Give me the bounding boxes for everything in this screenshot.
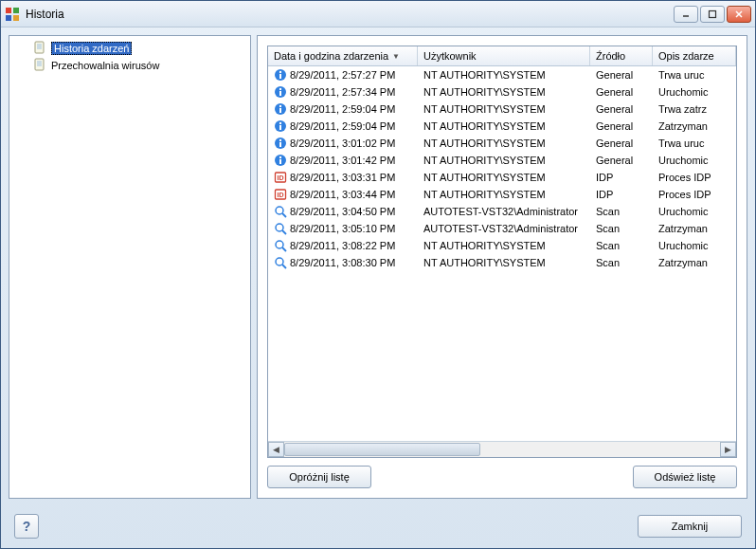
cell-source: IDP bbox=[590, 172, 653, 183]
table-row[interactable]: 8/29/2011, 2:59:04 PMNT AUTHORITY\SYSTEM… bbox=[268, 118, 736, 135]
column-label: Użytkownik bbox=[423, 50, 477, 62]
svg-point-27 bbox=[279, 122, 281, 124]
column-header-user[interactable]: Użytkownik bbox=[418, 46, 590, 65]
cell-user: NT AUTHORITY\SYSTEM bbox=[418, 69, 590, 81]
svg-point-42 bbox=[276, 241, 283, 248]
tree-item-history-events[interactable]: Historia zdarzeń bbox=[13, 40, 246, 57]
cell-source: Scan bbox=[590, 223, 653, 234]
info-icon bbox=[274, 85, 287, 99]
cell-date: ID8/29/2011, 3:03:44 PM bbox=[268, 188, 418, 201]
help-button[interactable]: ? bbox=[14, 514, 39, 539]
cell-user: NT AUTHORITY\SYSTEM bbox=[418, 103, 590, 115]
footer: ? Zamknij bbox=[1, 506, 755, 548]
date-text: 8/29/2011, 3:01:42 PM bbox=[290, 155, 395, 166]
table-row[interactable]: 8/29/2011, 3:01:42 PMNT AUTHORITY\SYSTEM… bbox=[268, 152, 736, 169]
cell-user: NT AUTHORITY\SYSTEM bbox=[418, 137, 590, 149]
cell-description: Trwa zatrz bbox=[653, 103, 736, 115]
svg-point-33 bbox=[279, 156, 281, 158]
svg-rect-5 bbox=[710, 10, 716, 17]
cell-date: 8/29/2011, 2:59:04 PM bbox=[268, 102, 418, 116]
cell-date: 8/29/2011, 3:05:10 PM bbox=[268, 222, 418, 235]
svg-rect-23 bbox=[279, 108, 281, 113]
cell-description: Trwa uruc bbox=[653, 69, 736, 81]
main-panel: Data i godzina zdarzenia ▼ Użytkownik Źr… bbox=[257, 35, 747, 499]
cell-date: 8/29/2011, 2:57:34 PM bbox=[268, 85, 418, 99]
empty-list-button[interactable]: Opróżnij listę bbox=[267, 466, 371, 488]
tree-item-virus-vault[interactable]: Przechowalnia wirusów bbox=[13, 57, 246, 74]
cell-source: General bbox=[590, 137, 653, 149]
cell-description: Uruchomic bbox=[653, 155, 736, 166]
titlebar: Historia bbox=[1, 1, 755, 27]
date-text: 8/29/2011, 3:08:30 PM bbox=[290, 257, 395, 268]
cell-source: Scan bbox=[590, 206, 653, 217]
date-text: 8/29/2011, 2:59:04 PM bbox=[290, 120, 395, 132]
cell-date: 8/29/2011, 3:08:22 PM bbox=[268, 239, 418, 252]
close-button[interactable]: Zamknij bbox=[638, 515, 742, 538]
cell-date: ID8/29/2011, 3:03:31 PM bbox=[268, 171, 418, 184]
date-text: 8/29/2011, 3:03:44 PM bbox=[290, 189, 395, 200]
info-icon bbox=[274, 119, 287, 133]
scroll-track[interactable] bbox=[284, 442, 720, 457]
cell-source: Scan bbox=[590, 257, 653, 268]
svg-text:ID: ID bbox=[278, 192, 284, 198]
refresh-list-button[interactable]: Odśwież listę bbox=[633, 466, 737, 488]
table-row[interactable]: 8/29/2011, 3:01:02 PMNT AUTHORITY\SYSTEM… bbox=[268, 135, 736, 152]
column-header-date[interactable]: Data i godzina zdarzenia ▼ bbox=[268, 46, 418, 65]
horizontal-scrollbar[interactable]: ◀ ▶ bbox=[268, 441, 736, 457]
cell-description: Uruchomic bbox=[653, 86, 736, 98]
svg-point-24 bbox=[279, 105, 281, 107]
date-text: 8/29/2011, 3:01:02 PM bbox=[290, 137, 395, 149]
date-text: 8/29/2011, 2:57:27 PM bbox=[290, 69, 395, 81]
column-header-description[interactable]: Opis zdarze bbox=[653, 46, 736, 65]
cell-description: Proces IDP bbox=[653, 172, 736, 183]
cell-description: Zatrzyman bbox=[653, 257, 736, 268]
info-icon bbox=[274, 68, 287, 82]
table-row[interactable]: 8/29/2011, 3:08:22 PMNT AUTHORITY\SYSTEM… bbox=[268, 237, 736, 254]
cell-user: NT AUTHORITY\SYSTEM bbox=[418, 120, 590, 132]
cell-description: Zatrzyman bbox=[653, 223, 736, 234]
cell-user: NT AUTHORITY\SYSTEM bbox=[418, 257, 590, 268]
column-header-source[interactable]: Źródło bbox=[590, 46, 653, 65]
svg-rect-0 bbox=[6, 8, 11, 13]
svg-rect-12 bbox=[35, 59, 44, 70]
minimize-button[interactable] bbox=[674, 6, 698, 23]
date-text: 8/29/2011, 3:04:50 PM bbox=[290, 206, 395, 217]
svg-text:ID: ID bbox=[278, 174, 284, 181]
table-row[interactable]: 8/29/2011, 3:05:10 PMAUTOTEST-VST32\Admi… bbox=[268, 220, 736, 237]
idp-icon: ID bbox=[274, 171, 287, 184]
scroll-left-arrow[interactable]: ◀ bbox=[268, 442, 284, 457]
scroll-thumb[interactable] bbox=[284, 443, 480, 456]
cell-description: Uruchomic bbox=[653, 240, 736, 251]
table-row[interactable]: 8/29/2011, 2:57:27 PMNT AUTHORITY\SYSTEM… bbox=[268, 66, 736, 83]
cell-user: NT AUTHORITY\SYSTEM bbox=[418, 155, 590, 166]
svg-point-21 bbox=[279, 88, 281, 90]
table-row[interactable]: 8/29/2011, 3:04:50 PMAUTOTEST-VST32\Admi… bbox=[268, 203, 736, 220]
window-controls bbox=[674, 6, 751, 23]
svg-rect-8 bbox=[35, 42, 44, 53]
table-row[interactable]: 8/29/2011, 2:57:34 PMNT AUTHORITY\SYSTEM… bbox=[268, 83, 736, 101]
tree-panel: Historia zdarzeń Przechowalnia wirusów bbox=[9, 35, 251, 499]
cell-date: 8/29/2011, 3:01:42 PM bbox=[268, 154, 418, 167]
body-area: Historia zdarzeń Przechowalnia wirusów D… bbox=[1, 27, 755, 506]
scan-icon bbox=[274, 205, 287, 218]
table-row[interactable]: 8/29/2011, 2:59:04 PMNT AUTHORITY\SYSTEM… bbox=[268, 101, 736, 118]
cell-source: General bbox=[590, 120, 653, 132]
scan-icon bbox=[274, 239, 287, 252]
table-row[interactable]: 8/29/2011, 3:08:30 PMNT AUTHORITY\SYSTEM… bbox=[268, 254, 736, 271]
scroll-right-arrow[interactable]: ▶ bbox=[720, 442, 736, 457]
scan-icon bbox=[274, 222, 287, 235]
maximize-button[interactable] bbox=[700, 6, 725, 23]
list-header: Data i godzina zdarzenia ▼ Użytkownik Źr… bbox=[268, 46, 736, 66]
cell-source: General bbox=[590, 86, 653, 98]
cell-user: AUTOTEST-VST32\Administrator bbox=[418, 206, 590, 217]
table-row[interactable]: ID8/29/2011, 3:03:44 PMNT AUTHORITY\SYST… bbox=[268, 186, 736, 203]
svg-point-18 bbox=[279, 71, 281, 73]
list-body: 8/29/2011, 2:57:27 PMNT AUTHORITY\SYSTEM… bbox=[268, 66, 736, 441]
svg-point-30 bbox=[279, 139, 281, 141]
date-text: 8/29/2011, 2:57:34 PM bbox=[290, 86, 395, 98]
cell-date: 8/29/2011, 2:59:04 PM bbox=[268, 119, 418, 133]
idp-icon: ID bbox=[274, 188, 287, 201]
table-row[interactable]: ID8/29/2011, 3:03:31 PMNT AUTHORITY\SYST… bbox=[268, 169, 736, 186]
cell-date: 8/29/2011, 3:01:02 PM bbox=[268, 137, 418, 150]
close-window-button[interactable] bbox=[727, 6, 751, 23]
